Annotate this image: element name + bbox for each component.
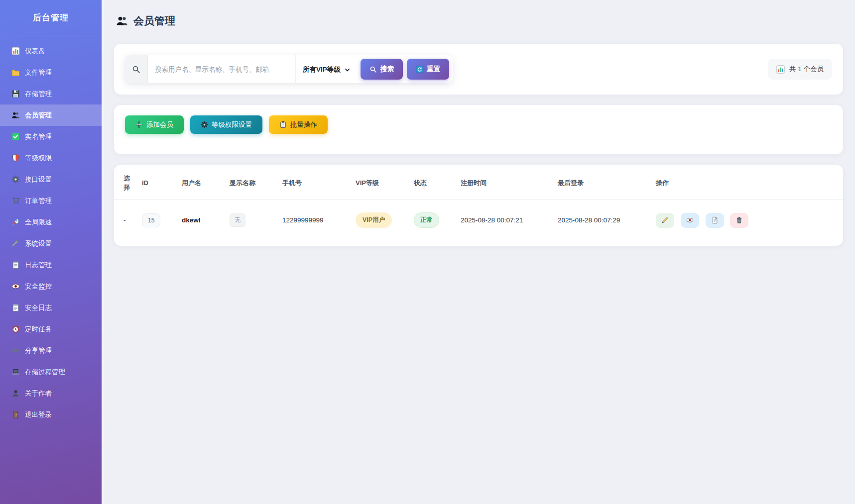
sidebar-item-cron-tasks[interactable]: 定时任务 [0,318,102,340]
header-id: ID [136,166,176,200]
sidebar-item-label: 会员管理 [25,111,52,120]
vip-level-select-wrap: 所有VIP等级 [295,55,357,83]
search-button[interactable]: 搜索 [361,59,403,80]
sidebar-item-label: 等级权限 [25,154,52,163]
batch-operations-button[interactable]: 批量操作 [269,115,328,134]
bar-chart-icon [776,65,785,74]
shield-icon [11,154,20,162]
sidebar-item-about-author[interactable]: 关于作者 [0,383,102,404]
main-content: 会员管理 所有VIP等级 搜索 重置 [102,0,855,504]
plus-icon [135,121,143,128]
notepad-icon [11,303,20,312]
sidebar-item-label: 接口设置 [25,175,52,184]
sidebar-item-label: 文件管理 [25,68,52,77]
sidebar: 后台管理 仪表盘 文件管理 存储管理 会员管理 实名管理 等级权限 [0,0,102,504]
header-phone: 手机号 [276,166,350,200]
rocket-icon [11,218,20,226]
bar-chart-icon [11,47,20,55]
sidebar-item-label: 退出登录 [25,410,52,419]
floppy-icon [11,90,20,98]
person-icon [11,389,20,398]
refresh-icon [416,66,423,73]
sidebar-item-dashboard[interactable]: 仪表盘 [0,40,102,62]
delete-button[interactable] [730,213,748,228]
alarm-clock-icon [11,325,20,333]
page-title-text: 会员管理 [133,14,175,28]
eye-icon [11,282,20,291]
gear-icon [201,121,208,128]
sidebar-item-system-settings[interactable]: 系统设置 [0,233,102,254]
door-icon [11,410,20,419]
sidebar-item-label: 日志管理 [25,261,52,270]
sidebar-item-label: 存储过程管理 [25,368,65,377]
sidebar-item-speed-limit[interactable]: 全局限速 [0,211,102,233]
page-icon [711,216,719,224]
sidebar-item-label: 订单管理 [25,197,52,205]
sidebar-item-shares[interactable]: 分享管理 [0,340,102,361]
edit-button[interactable] [656,213,674,228]
cell-phone: 12299999999 [276,200,350,241]
id-badge: 15 [142,213,160,227]
sidebar-item-members[interactable]: 会员管理 [0,104,102,126]
sidebar-item-security-monitor[interactable]: 安全监控 [0,276,102,297]
cell-select: - [114,200,136,241]
member-count-badge: 共 1 个会员 [768,59,832,80]
sidebar-item-label: 全局限速 [25,218,52,227]
header-display-name: 显示名称 [224,166,276,200]
sidebar-item-storage[interactable]: 存储管理 [0,83,102,104]
vip-level-select[interactable]: 所有VIP等级 [297,55,354,83]
document-button[interactable] [706,213,724,228]
header-last-login: 最后登录 [552,166,650,200]
sidebar-item-level-permission[interactable]: 等级权限 [0,147,102,169]
reset-button[interactable]: 重置 [407,59,449,80]
sidebar-item-label: 系统设置 [25,239,52,248]
page-title: 会员管理 [116,14,843,28]
table-row: - 15 dkewl 无 12299999999 VIP用户 正常 2025-0… [114,200,843,241]
eye-icon [686,216,694,224]
search-card: 所有VIP等级 搜索 重置 共 1 个会员 [114,44,843,95]
sidebar-item-stored-procedures[interactable]: 存储过程管理 [0,361,102,383]
add-member-button[interactable]: 添加会员 [125,115,184,134]
cell-display-name: 无 [224,200,276,241]
search-panel: 所有VIP等级 搜索 重置 [125,55,453,83]
clipboard-icon [279,121,287,128]
sidebar-item-label: 实名管理 [25,132,52,141]
sidebar-scrollbar[interactable] [102,0,104,504]
members-icon [116,15,128,27]
folder-icon [11,68,20,77]
sidebar-item-security-logs[interactable]: 安全日志 [0,297,102,318]
gear-icon [11,175,20,184]
sidebar-item-api-settings[interactable]: 接口设置 [0,169,102,190]
sidebar-item-label: 安全日志 [25,303,52,312]
display-name-badge: 无 [230,213,245,227]
sidebar-item-label: 关于作者 [25,389,52,398]
sidebar-item-logs[interactable]: 日志管理 [0,254,102,276]
header-register-time: 注册时间 [455,166,552,200]
sidebar-item-files[interactable]: 文件管理 [0,62,102,83]
sidebar-item-label: 仪表盘 [25,47,45,56]
notepad-icon [11,261,20,269]
header-status: 状态 [408,166,455,200]
check-icon [11,132,20,141]
sidebar-nav: 仪表盘 文件管理 存储管理 会员管理 实名管理 等级权限 接口设置 [0,35,102,425]
sidebar-item-logout[interactable]: 退出登录 [0,404,102,425]
cart-icon [11,197,20,205]
vip-level-badge: VIP用户 [356,212,392,228]
trash-icon [735,216,743,224]
view-button[interactable] [681,213,699,228]
level-permission-settings-button[interactable]: 等级权限设置 [190,115,262,134]
cell-status: 正常 [408,200,455,241]
sidebar-item-label: 分享管理 [25,346,52,355]
sidebar-item-orders[interactable]: 订单管理 [0,190,102,211]
sidebar-item-realname[interactable]: 实名管理 [0,126,102,147]
pencil-icon [661,216,669,224]
cell-vip-level: VIP用户 [350,200,408,241]
cell-register-time: 2025-08-28 00:07:21 [455,200,552,241]
search-icon [125,55,148,83]
header-select: 选择 [114,166,136,200]
header-vip-level: VIP等级 [350,166,408,200]
wrench-icon [11,239,20,248]
search-input[interactable] [148,55,295,83]
search-icon [369,66,377,73]
members-icon [11,111,20,119]
